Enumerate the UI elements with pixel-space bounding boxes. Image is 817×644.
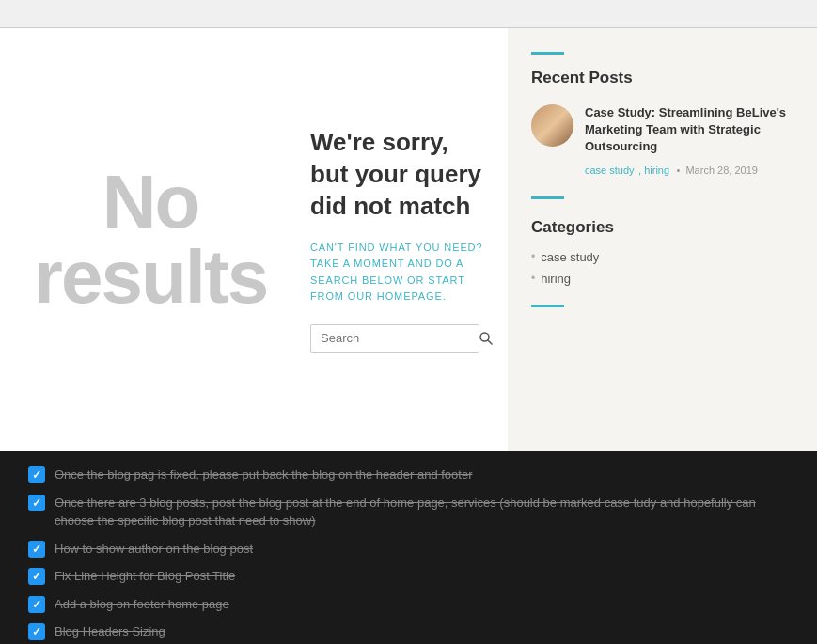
search-box[interactable] [310, 324, 479, 353]
task-item-4: Fix Line Height for Blog Post Title [28, 567, 789, 586]
sidebar-top-accent [531, 52, 564, 55]
main-content-area: No results We're sorry, but your query d… [0, 28, 817, 451]
browser-bar [0, 0, 817, 28]
task-checkbox-3[interactable] [28, 541, 45, 558]
task-checkbox-1[interactable] [28, 466, 45, 483]
post-meta: case study , hiring • March 28, 2019 [585, 161, 793, 178]
no-results-text: No results [19, 165, 282, 315]
sidebar-bottom-accent [531, 305, 564, 307]
task-checkbox-4[interactable] [28, 568, 45, 585]
recent-posts-title: Recent Posts [531, 69, 793, 87]
recent-post-item: Case Study: Streamlining BeLive's Market… [531, 104, 793, 178]
post-title: Case Study: Streamlining BeLive's Market… [585, 104, 793, 156]
post-tag-hiring[interactable]: hiring [644, 165, 669, 176]
task-text-2: Once there are 3 blog posts, post the bl… [55, 494, 789, 530]
no-results-section: No results [0, 28, 301, 451]
category-item-case-study[interactable]: • case study [531, 250, 793, 264]
search-icon [479, 331, 494, 346]
task-text-5: Add a blog on footer home page [55, 595, 229, 614]
task-text-6: Blog Headers Sizing [55, 622, 165, 641]
categories-title: Categories [531, 218, 793, 237]
task-text-4: Fix Line Height for Blog Post Title [55, 567, 235, 586]
post-avatar-image [531, 104, 573, 147]
task-item-5: Add a blog on footer home page [28, 595, 789, 614]
category-label: case study [541, 250, 599, 264]
category-bullet: • [531, 272, 535, 285]
search-button[interactable] [479, 331, 494, 346]
query-subtitle: CAN'T FIND WHAT YOU NEED? TAKE A MOMENT … [310, 240, 489, 306]
category-item-hiring[interactable]: • hiring [531, 272, 793, 286]
task-checkbox-5[interactable] [28, 596, 45, 613]
task-text-1: Once the blog pag is fixed, please put b… [55, 465, 472, 484]
post-dot: • [677, 165, 683, 176]
category-label: hiring [541, 272, 571, 286]
tasks-section: Once the blog pag is fixed, please put b… [0, 451, 817, 644]
task-checkbox-6[interactable] [28, 623, 45, 640]
search-input[interactable] [321, 331, 479, 345]
task-item-6: Blog Headers Sizing [28, 622, 789, 641]
post-tag-case-study[interactable]: case study [585, 165, 635, 176]
svg-line-1 [488, 340, 492, 344]
query-section: We're sorry, but your query did not matc… [301, 28, 508, 451]
post-info: Case Study: Streamlining BeLive's Market… [585, 104, 793, 178]
category-bullet: • [531, 250, 535, 263]
task-item-3: How to show author on the blog post [28, 540, 789, 558]
task-item-2: Once there are 3 blog posts, post the bl… [28, 494, 789, 530]
query-title: We're sorry, but your query did not matc… [310, 127, 489, 222]
sidebar-divider [531, 196, 564, 199]
sidebar: Recent Posts Case Study: Streamlining Be… [508, 28, 817, 451]
task-checkbox-2[interactable] [28, 495, 45, 511]
post-avatar [531, 104, 573, 147]
post-date: March 28, 2019 [685, 165, 757, 176]
task-text-3: How to show author on the blog post [55, 540, 253, 558]
task-item-1: Once the blog pag is fixed, please put b… [28, 465, 789, 484]
